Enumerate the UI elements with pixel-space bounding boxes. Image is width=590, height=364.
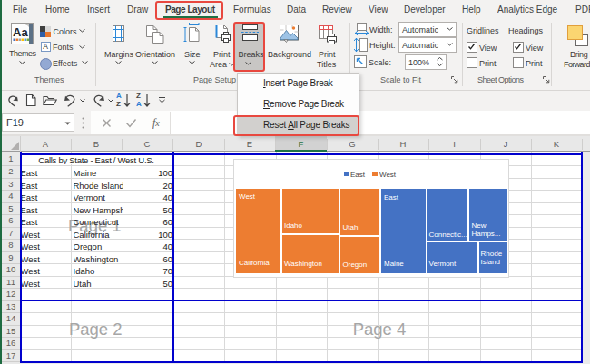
svg-text:Aa: Aa — [13, 25, 28, 39]
